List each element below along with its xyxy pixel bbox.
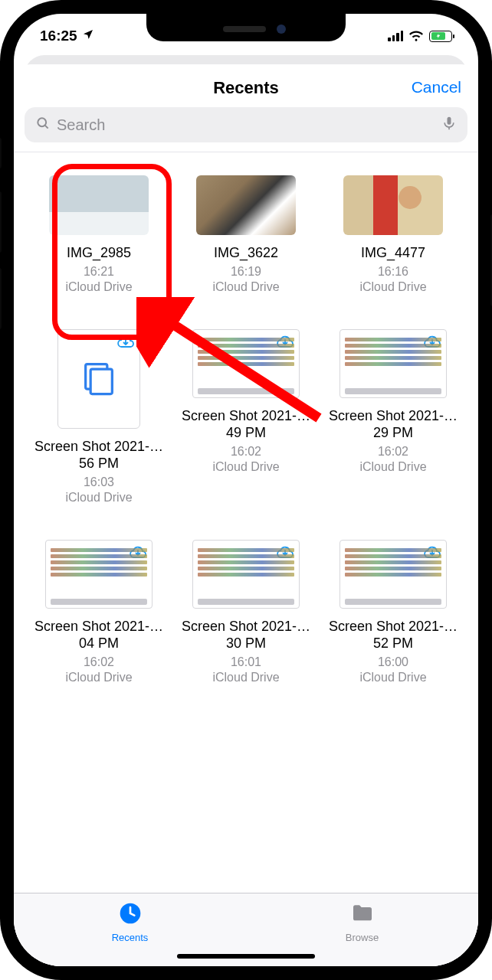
- file-name: Screen Shot 2021-…52 PM: [328, 618, 458, 652]
- file-time: 16:03: [84, 475, 114, 489]
- phone-frame: 16:25: [0, 0, 492, 980]
- file-thumbnail: [57, 329, 140, 429]
- wifi-icon: [408, 28, 424, 44]
- file-item[interactable]: IMG_298516:21iCloud Drive: [29, 175, 169, 294]
- file-name: Screen Shot 2021-…30 PM: [181, 618, 311, 652]
- file-thumbnail: [49, 175, 149, 235]
- file-name: Screen Shot 2021-…29 PM: [328, 407, 458, 442]
- file-location: iCloud Drive: [359, 280, 426, 294]
- file-location: iCloud Drive: [212, 280, 279, 294]
- file-item[interactable]: Screen Shot 2021-…49 PM16:02iCloud Drive: [176, 329, 316, 505]
- status-time: 16:25: [40, 28, 77, 44]
- file-location: iCloud Drive: [212, 671, 279, 684]
- file-location: iCloud Drive: [65, 491, 132, 505]
- side-button-vol-down: [0, 268, 2, 329]
- svg-rect-2: [448, 117, 451, 125]
- svg-line-1: [45, 126, 48, 129]
- file-thumbnail: [339, 329, 447, 398]
- tab-label: Browse: [346, 932, 379, 943]
- file-time: 16:02: [84, 655, 114, 669]
- folder-icon: [350, 901, 375, 929]
- file-item[interactable]: IMG_447716:16iCloud Drive: [323, 175, 463, 294]
- sheet-title: Recents: [31, 78, 461, 98]
- side-button-vol-up: [0, 191, 2, 253]
- file-thumbnail: [343, 175, 443, 235]
- file-name: IMG_2985: [67, 244, 131, 262]
- dictate-icon[interactable]: [441, 116, 457, 134]
- file-item[interactable]: IMG_362216:19iCloud Drive: [176, 175, 316, 294]
- file-time: 16:02: [378, 445, 408, 459]
- tab-label: Recents: [112, 932, 149, 943]
- svg-rect-5: [90, 369, 112, 394]
- file-grid: IMG_298516:21iCloud DriveIMG_362216:19iC…: [14, 152, 478, 893]
- file-picker-sheet: Recents Cancel IMG_298516:21iCloud Drive…: [14, 64, 478, 966]
- cancel-button[interactable]: Cancel: [412, 78, 461, 96]
- file-thumbnail: [196, 175, 296, 235]
- file-thumbnail: [45, 540, 153, 609]
- file-item[interactable]: Screen Shot 2021-…04 PM16:02iCloud Drive: [29, 540, 169, 684]
- clock-icon: [118, 901, 143, 929]
- file-item[interactable]: Screen Shot 2021-…29 PM16:02iCloud Drive: [323, 329, 463, 505]
- file-time: 16:01: [231, 655, 261, 669]
- tab-bar: Recents Browse: [14, 893, 478, 966]
- file-name: Screen Shot 2021-…56 PM: [34, 438, 164, 472]
- file-thumbnail: [339, 540, 447, 609]
- file-item[interactable]: Screen Shot 2021-…52 PM16:00iCloud Drive: [323, 540, 463, 684]
- search-bar[interactable]: [25, 107, 467, 142]
- side-button-silent: [0, 138, 2, 168]
- document-stack-icon: [79, 359, 119, 399]
- cellular-signal-icon: [388, 31, 403, 41]
- file-location: iCloud Drive: [359, 460, 426, 474]
- file-time: 16:02: [231, 445, 261, 459]
- sheet-header: Recents Cancel: [14, 64, 478, 107]
- file-time: 16:21: [84, 265, 114, 279]
- file-item[interactable]: Screen Shot 2021-…30 PM16:01iCloud Drive: [176, 540, 316, 684]
- file-location: iCloud Drive: [359, 671, 426, 684]
- file-location: iCloud Drive: [212, 460, 279, 474]
- svg-point-0: [38, 118, 46, 126]
- file-thumbnail: [192, 540, 300, 609]
- file-time: 16:00: [378, 655, 408, 669]
- file-name: Screen Shot 2021-…49 PM: [181, 407, 311, 442]
- location-icon: [82, 28, 94, 44]
- file-location: iCloud Drive: [65, 671, 132, 684]
- battery-charging-icon: [429, 31, 452, 42]
- file-name: IMG_4477: [361, 244, 425, 262]
- file-thumbnail: [192, 329, 300, 398]
- file-location: iCloud Drive: [65, 280, 132, 294]
- notch: [146, 14, 346, 41]
- file-item[interactable]: Screen Shot 2021-…56 PM16:03iCloud Drive: [29, 329, 169, 505]
- cloud-download-icon: [116, 335, 135, 348]
- file-time: 16:16: [378, 265, 408, 279]
- search-icon: [35, 116, 51, 134]
- file-time: 16:19: [231, 265, 261, 279]
- file-name: IMG_3622: [214, 244, 278, 262]
- search-input[interactable]: [57, 116, 435, 134]
- file-name: Screen Shot 2021-…04 PM: [34, 618, 164, 652]
- screen: 16:25: [14, 14, 478, 966]
- home-indicator[interactable]: [177, 954, 315, 959]
